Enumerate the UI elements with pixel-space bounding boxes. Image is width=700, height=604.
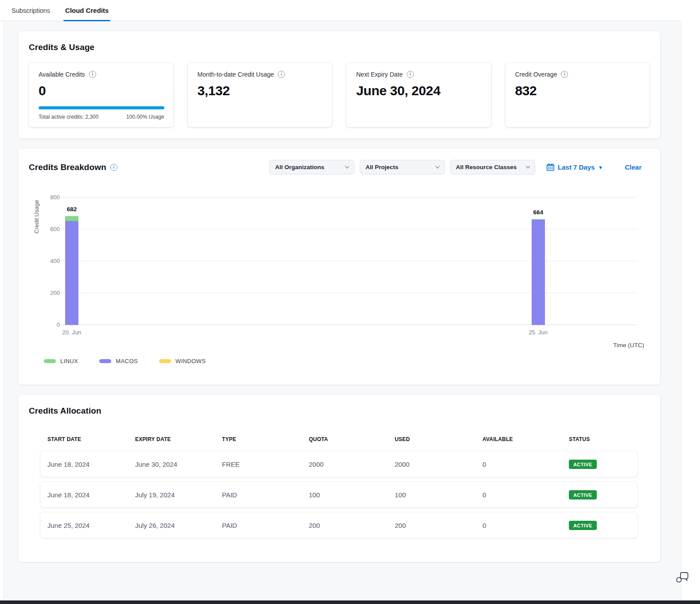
column-header-status: STATUS (562, 436, 637, 442)
credits-allocation-title: Credits Allocation (18, 406, 660, 416)
bar-segment-linux (65, 216, 78, 221)
tab-subscriptions[interactable]: Subscriptions (10, 0, 52, 21)
filter-select-all-resource-classes[interactable]: All Resource Classes (450, 160, 535, 174)
tab-bar: SubscriptionsCloud Credits (0, 0, 681, 21)
metric-card: Next Expiry DateiJune 30, 2024 (346, 63, 491, 127)
table-row[interactable]: June 25, 2024July 26, 2024PAID2002000ACT… (40, 512, 637, 538)
x-tick-mark (538, 325, 539, 327)
metric-label-text: Month-to-date Credit Usage (198, 71, 274, 78)
cell-status: ACTIVE (562, 521, 637, 530)
metric-card: Available Creditsi0Total active credits:… (29, 63, 173, 127)
date-range-label: Last 7 Days (558, 163, 595, 171)
chevron-down-icon (525, 166, 530, 169)
metric-value: 3,132 (198, 83, 323, 98)
chart-legend: LINUXMACOSWINDOWS (29, 358, 649, 364)
bar-segment-macos (65, 221, 78, 325)
credits-progress-fill (39, 106, 164, 109)
table-row[interactable]: June 18, 2024July 19, 2024PAID1001000ACT… (40, 482, 637, 507)
x-tick-label: 25. Jun (523, 329, 554, 336)
metric-label-text: Available Credits (39, 71, 85, 78)
support-chat-icon[interactable] (676, 572, 688, 584)
cell-expiry-date: July 19, 2024 (128, 491, 215, 499)
info-icon[interactable]: i (278, 71, 285, 78)
filter-select-value: All Resource Classes (456, 164, 517, 170)
cell-quota: 2000 (302, 461, 388, 468)
metric-card-grid: Available Creditsi0Total active credits:… (29, 63, 649, 127)
info-icon[interactable]: i (110, 164, 117, 171)
chart-filters: All OrganizationsAll ProjectsAll Resourc… (269, 160, 649, 174)
tab-label: Subscriptions (12, 7, 50, 14)
bar-total-label: 664 (525, 209, 552, 216)
credit-usage-chart: Credit Usage 0200400600800 Time (UTC) 68… (29, 197, 637, 325)
info-icon[interactable]: i (89, 71, 96, 78)
cell-expiry-date: June 30, 2024 (128, 461, 215, 468)
gridline-400 (63, 261, 637, 261)
gridline-200 (63, 293, 637, 293)
active-tab-underline (63, 20, 110, 21)
gridline-0 (63, 325, 637, 325)
metric-label: Month-to-date Credit Usagei (198, 71, 323, 78)
filter-select-all-organizations[interactable]: All Organizations (269, 160, 354, 174)
filter-select-value: All Projects (366, 164, 398, 170)
bar-20-jun[interactable] (65, 216, 78, 325)
x-axis-title: Time (UTC) (613, 342, 644, 348)
metric-footer: Total active credits: 2,300100.00% Usage (39, 114, 164, 120)
chart-plot-area: Time (UTC) 68220. Jun66425. Jun (63, 197, 637, 325)
legend-item-windows[interactable]: WINDOWS (159, 358, 206, 364)
bar-25-jun[interactable] (532, 219, 545, 325)
status-badge: ACTIVE (569, 490, 597, 499)
gridline-800 (63, 197, 637, 197)
legend-item-macos[interactable]: MACOS (99, 358, 138, 364)
cell-status: ACTIVE (562, 460, 637, 469)
window-bottom-edge (0, 600, 700, 604)
y-tick-label: 200 (50, 290, 60, 296)
metric-value: 832 (515, 83, 641, 98)
cell-type: FREE (215, 461, 302, 468)
info-icon[interactable]: i (407, 71, 414, 78)
credits-breakdown-section: Credits Breakdown i All OrganizationsAll… (18, 148, 660, 385)
info-icon[interactable]: i (561, 71, 568, 78)
total-active-credits: Total active credits: 2,300 (39, 114, 98, 120)
credits-progress-bar (39, 106, 164, 109)
tab-cloud-credits[interactable]: Cloud Credits (63, 0, 110, 21)
status-badge: ACTIVE (569, 460, 597, 469)
column-header-type: TYPE (215, 436, 302, 442)
cell-start-date: June 18, 2024 (40, 491, 128, 499)
metric-label-text: Credit Overage (515, 71, 557, 78)
legend-swatch (99, 359, 111, 363)
column-header-quota: QUOTA (302, 436, 388, 442)
filter-select-value: All Organizations (275, 164, 324, 170)
date-range-picker[interactable]: Last 7 Days ▾ (547, 163, 602, 171)
cell-available: 0 (475, 491, 562, 499)
y-tick-label: 400 (50, 258, 60, 264)
metric-value: June 30, 2024 (356, 83, 482, 98)
x-tick-label: 20. Jun (56, 329, 87, 336)
cell-used: 100 (388, 491, 475, 499)
metric-label: Next Expiry Datei (356, 71, 482, 78)
clear-filters-link[interactable]: Clear (625, 163, 642, 171)
cell-available: 0 (475, 522, 562, 529)
bar-total-label: 682 (58, 206, 85, 213)
table-row[interactable]: June 18, 2024June 30, 2024FREE200020000A… (40, 451, 637, 477)
y-tick-label: 600 (50, 226, 60, 232)
bar-segment-macos (532, 220, 545, 325)
filter-select-all-projects[interactable]: All Projects (360, 160, 445, 174)
legend-item-linux[interactable]: LINUX (44, 358, 78, 364)
credits-usage-section: Credits & Usage Available Creditsi0Total… (18, 31, 660, 139)
legend-swatch (159, 359, 171, 363)
legend-label: LINUX (60, 358, 78, 364)
x-tick-mark (72, 325, 72, 327)
gridline-600 (63, 229, 637, 229)
y-tick-label: 800 (50, 194, 60, 201)
column-header-start-date: START DATE (40, 436, 128, 442)
chevron-down-icon (345, 166, 350, 169)
metric-card: Credit Overagei832 (506, 63, 650, 127)
credits-breakdown-title: Credits Breakdown (29, 163, 106, 172)
legend-swatch (44, 359, 56, 363)
cell-available: 0 (475, 461, 562, 468)
y-tick-label: 0 (57, 321, 60, 328)
cell-type: PAID (215, 491, 302, 499)
legend-label: MACOS (116, 358, 138, 364)
column-header-used: USED (388, 436, 475, 442)
metric-label: Available Creditsi (39, 71, 164, 78)
